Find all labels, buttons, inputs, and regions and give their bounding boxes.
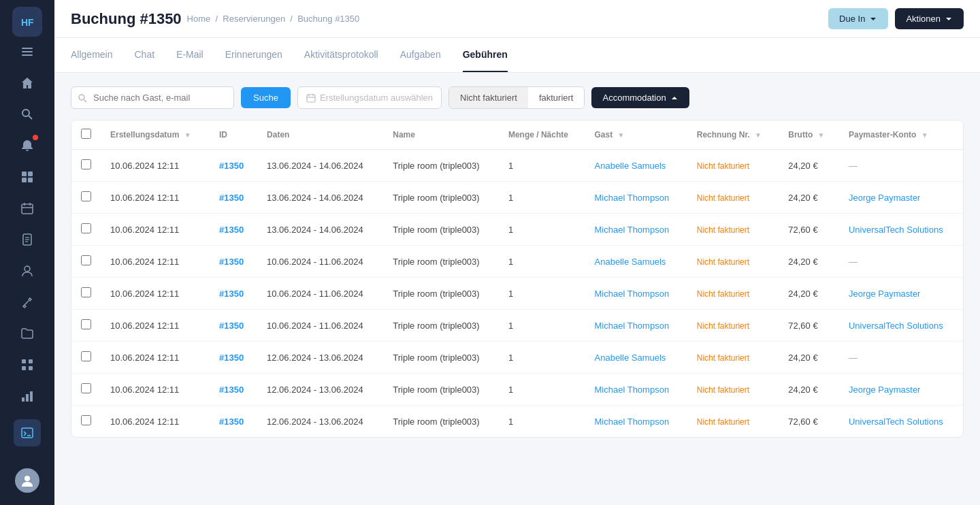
search-input[interactable] [71,86,234,109]
row-checkbox-4[interactable] [81,287,91,297]
paymaster-link[interactable]: Jeorge Paymaster [849,289,921,299]
tab-aufgaben[interactable]: Aufgaben [400,38,441,72]
paymaster-link[interactable]: Jeorge Paymaster [849,385,921,395]
paymaster-link[interactable]: UniversalTech Solutions [849,321,943,331]
cell-invoice: Nicht fakturiert [687,246,779,278]
tab-allgemein[interactable]: Allgemein [71,38,112,72]
cell-dates: 12.06.2024 - 13.06.2024 [257,374,383,406]
booking-id-link[interactable]: #1350 [219,161,244,171]
tab-chat[interactable]: Chat [134,38,154,72]
tab-gebuehren[interactable]: Gebühren [463,38,508,72]
booking-id-link[interactable]: #1350 [219,353,244,363]
guest-link[interactable]: Michael Thompson [595,385,670,395]
search-button[interactable]: Suche [241,87,291,108]
accommodation-label: Accommodation [602,93,666,103]
booking-id-link[interactable]: #1350 [219,289,244,299]
guest-link[interactable]: Michael Thompson [595,417,670,427]
search-wrap [71,86,234,109]
breadcrumb-home[interactable]: Home [187,14,211,24]
cell-quantity: 1 [499,278,585,310]
cell-invoice: Nicht fakturiert [687,150,779,182]
filter-fakturiert[interactable]: fakturiert [528,87,585,108]
user-avatar[interactable] [15,468,39,493]
svg-rect-25 [26,394,29,402]
row-checkbox-3[interactable] [81,255,91,265]
sidebar-item-chart[interactable] [14,382,41,410]
table-row: 10.06.2024 12:11 #1350 12.06.2024 - 13.0… [71,406,963,438]
tab-email[interactable]: E-Mail [176,38,203,72]
sort-gast[interactable]: ▼ [618,131,625,139]
booking-id-link[interactable]: #1350 [219,225,244,235]
booking-id-link[interactable]: #1350 [219,417,244,427]
guest-link[interactable]: Anabelle Samuels [595,161,666,171]
invoice-status: Nicht fakturiert [697,257,749,267]
row-checkbox-8[interactable] [81,415,91,425]
row-checkbox-0[interactable] [81,159,91,169]
paymaster-link[interactable]: UniversalTech Solutions [849,417,943,427]
sort-brutto[interactable]: ▼ [818,131,825,139]
guest-link[interactable]: Anabelle Samuels [595,257,666,267]
cell-brutto: 24,20 € [779,374,839,406]
bell-badge [33,135,38,140]
page-title: Buchung #1350 [71,10,182,28]
sort-paymaster[interactable]: ▼ [921,131,928,139]
row-checkbox-7[interactable] [81,383,91,393]
select-all-checkbox[interactable] [81,129,91,139]
booking-id-link[interactable]: #1350 [219,321,244,331]
cell-quantity: 1 [499,150,585,182]
accommodation-button[interactable]: Accommodation [591,87,689,108]
cell-dates: 10.06.2024 - 11.06.2024 [257,310,383,342]
logo[interactable]: HF [12,7,42,37]
row-checkbox-5[interactable] [81,319,91,329]
date-picker[interactable]: Erstellungsdatum auswählen [297,86,442,109]
cell-id: #1350 [210,406,257,438]
sidebar-item-terminal[interactable] [14,419,41,446]
sidebar-item-bell[interactable] [14,132,41,159]
cell-guest: Michael Thompson [585,374,687,406]
cell-dates: 13.06.2024 - 14.06.2024 [257,150,383,182]
paymaster-link[interactable]: Jeorge Paymaster [849,193,921,203]
cell-dates: 13.06.2024 - 14.06.2024 [257,214,383,246]
row-checkbox-6[interactable] [81,351,91,361]
breadcrumb-reservierungen[interactable]: Reservierungen [223,14,285,24]
booking-id-link[interactable]: #1350 [219,385,244,395]
sidebar-toggle[interactable] [19,44,35,60]
sidebar-item-calendar[interactable] [14,195,41,222]
sidebar-item-folder[interactable] [14,320,41,347]
aktionen-button[interactable]: Aktionen [895,8,964,29]
guest-link[interactable]: Michael Thompson [595,321,670,331]
sidebar-item-tools[interactable] [14,289,41,316]
row-checkbox-1[interactable] [81,191,91,201]
sidebar-item-grid[interactable] [14,163,41,191]
tab-erinnerungen[interactable]: Erinnerungen [225,38,282,72]
cell-id: #1350 [210,342,257,374]
tab-aktivitaet[interactable]: Aktivitätsprotokoll [304,38,378,72]
tab-bar: Allgemein Chat E-Mail Erinnerungen Aktiv… [54,38,980,73]
sidebar-item-document[interactable] [14,226,41,253]
cell-creation-date: 10.06.2024 12:11 [101,150,210,182]
cell-brutto: 72,60 € [779,310,839,342]
sidebar-item-search[interactable] [14,101,41,128]
table-row: 10.06.2024 12:11 #1350 10.06.2024 - 11.0… [71,278,963,310]
paymaster-link[interactable]: UniversalTech Solutions [849,225,943,235]
sidebar-item-user[interactable] [14,257,41,284]
top-header: Buchung #1350 Home / Reservierungen / Bu… [54,0,980,38]
filter-nicht-fakturiert[interactable]: Nicht fakturiert [449,87,528,108]
main-content: Buchung #1350 Home / Reservierungen / Bu… [54,0,980,505]
svg-rect-24 [22,397,24,402]
guest-link[interactable]: Michael Thompson [595,193,670,203]
guest-link[interactable]: Michael Thompson [595,225,670,235]
svg-rect-11 [22,204,33,214]
booking-id-link[interactable]: #1350 [219,193,244,203]
cell-invoice: Nicht fakturiert [687,310,779,342]
booking-id-link[interactable]: #1350 [219,257,244,267]
due-in-button[interactable]: Due In [828,8,888,29]
sort-erstellungsdatum[interactable]: ▼ [184,131,191,139]
row-checkbox-2[interactable] [81,223,91,233]
guest-link[interactable]: Michael Thompson [595,289,670,299]
sidebar-item-home[interactable] [14,69,41,97]
due-in-label: Due In [839,14,865,24]
sidebar-item-modules[interactable] [14,351,41,378]
guest-link[interactable]: Anabelle Samuels [595,353,666,363]
sort-rechnung[interactable]: ▼ [755,131,762,139]
